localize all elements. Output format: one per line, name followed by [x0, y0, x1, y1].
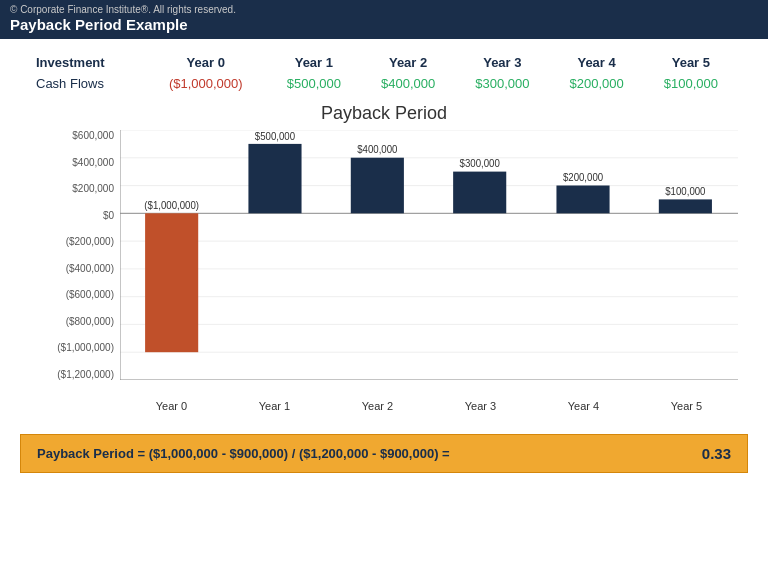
- row-label: Cash Flows: [30, 74, 145, 93]
- y-label-neg600k: ($600,000): [66, 289, 114, 300]
- x-label-year1: Year 1: [223, 400, 326, 412]
- top-bar: © Corporate Finance Institute®. All righ…: [0, 0, 768, 39]
- y-label-200k: $200,000: [72, 183, 114, 194]
- y-label-neg400k: ($400,000): [66, 263, 114, 274]
- bar-chart-svg: ($1,000,000) $500,000 $400,000 $300,000 …: [120, 130, 738, 380]
- y-axis: $600,000 $400,000 $200,000 $0 ($200,000)…: [20, 130, 120, 380]
- bar-year0: [145, 213, 198, 352]
- y-label-neg1200k: ($1,200,000): [57, 369, 114, 380]
- chart-wrapper: $600,000 $400,000 $200,000 $0 ($200,000)…: [20, 130, 748, 420]
- col-header-year3: Year 3: [455, 51, 549, 74]
- cell-year2: $400,000: [361, 74, 455, 93]
- bar-year5: [659, 199, 712, 213]
- formula-text: Payback Period = ($1,000,000 - $900,000)…: [37, 446, 450, 461]
- bar-year2: [351, 158, 404, 214]
- x-label-year0: Year 0: [120, 400, 223, 412]
- cell-year1: $500,000: [267, 74, 361, 93]
- y-label-600k: $600,000: [72, 130, 114, 141]
- svg-text:$500,000: $500,000: [255, 131, 296, 142]
- cell-year0: ($1,000,000): [145, 74, 267, 93]
- cell-year4: $200,000: [549, 74, 643, 93]
- col-header-year2: Year 2: [361, 51, 455, 74]
- cash-flow-table: Investment Year 0 Year 1 Year 2 Year 3 Y…: [30, 51, 738, 93]
- col-header-year0: Year 0: [145, 51, 267, 74]
- x-label-year2: Year 2: [326, 400, 429, 412]
- x-label-year3: Year 3: [429, 400, 532, 412]
- page-title: Payback Period Example: [10, 16, 758, 33]
- svg-text:$400,000: $400,000: [357, 144, 398, 155]
- cell-year3: $300,000: [455, 74, 549, 93]
- x-label-year4: Year 4: [532, 400, 635, 412]
- x-label-year5: Year 5: [635, 400, 738, 412]
- svg-text:$100,000: $100,000: [665, 186, 706, 197]
- cell-year5: $100,000: [644, 74, 738, 93]
- svg-text:$200,000: $200,000: [563, 172, 604, 183]
- col-header-investment: Investment: [30, 51, 145, 74]
- col-header-year1: Year 1: [267, 51, 361, 74]
- chart-section: Payback Period $600,000 $400,000 $200,00…: [0, 93, 768, 420]
- bar-year1: [248, 144, 301, 213]
- formula-bar: Payback Period = ($1,000,000 - $900,000)…: [20, 434, 748, 473]
- y-label-0: $0: [103, 210, 114, 221]
- x-axis-labels: Year 0 Year 1 Year 2 Year 3 Year 4 Year …: [120, 400, 738, 412]
- copyright-text: © Corporate Finance Institute®. All righ…: [10, 4, 758, 15]
- chart-title: Payback Period: [20, 103, 748, 124]
- cash-flows-row: Cash Flows ($1,000,000) $500,000 $400,00…: [30, 74, 738, 93]
- y-label-neg200k: ($200,000): [66, 236, 114, 247]
- table-header-row: Investment Year 0 Year 1 Year 2 Year 3 Y…: [30, 51, 738, 74]
- svg-text:($1,000,000): ($1,000,000): [144, 200, 199, 211]
- y-label-400k: $400,000: [72, 157, 114, 168]
- col-header-year5: Year 5: [644, 51, 738, 74]
- y-label-neg1000k: ($1,000,000): [57, 342, 114, 353]
- col-header-year4: Year 4: [549, 51, 643, 74]
- svg-text:$300,000: $300,000: [460, 158, 501, 169]
- table-section: Investment Year 0 Year 1 Year 2 Year 3 Y…: [0, 39, 768, 93]
- formula-result: 0.33: [702, 445, 731, 462]
- y-label-neg800k: ($800,000): [66, 316, 114, 327]
- bar-year4: [556, 186, 609, 214]
- bar-year3: [453, 172, 506, 214]
